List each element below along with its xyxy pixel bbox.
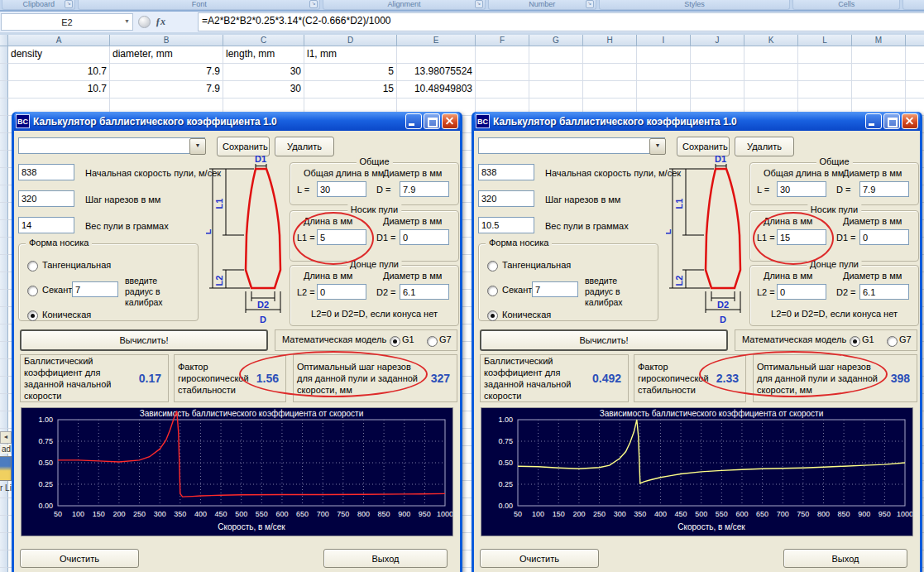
cell[interactable]: 30 — [223, 81, 304, 99]
cell[interactable]: 7.9 — [110, 64, 223, 81]
cell[interactable] — [583, 46, 637, 64]
cell[interactable] — [476, 81, 529, 99]
clear-button[interactable]: Очистить — [20, 549, 139, 568]
column-header[interactable]: I — [637, 35, 691, 46]
cell[interactable] — [0, 498, 8, 516]
combobox-dropdown-icon[interactable]: ▼ — [189, 138, 206, 155]
delete-button[interactable]: Удалить — [735, 137, 794, 156]
cell[interactable] — [691, 46, 744, 64]
dialog-launcher-icon[interactable]: ↘ — [65, 0, 73, 8]
minimize-button[interactable] — [865, 113, 882, 129]
cell[interactable] — [0, 290, 8, 307]
formula-input[interactable]: =A2*B2*B2*0.25*3.14*(C2-0.666*D2)/1000 — [198, 12, 924, 31]
cell[interactable] — [852, 64, 906, 81]
cell[interactable] — [906, 81, 924, 99]
column-header[interactable]: B — [110, 35, 223, 46]
radio-secant[interactable] — [487, 286, 498, 296]
cell[interactable] — [529, 81, 583, 99]
save-button[interactable]: Сохранить — [677, 137, 730, 156]
velocity-input[interactable] — [478, 164, 534, 180]
cell[interactable] — [476, 64, 529, 81]
secant-radius-input[interactable] — [532, 281, 578, 297]
cell[interactable] — [529, 46, 583, 64]
secant-radius-input[interactable] — [72, 281, 118, 297]
cell[interactable] — [691, 64, 744, 81]
cell[interactable] — [0, 99, 8, 116]
nose-diameter-input[interactable] — [859, 229, 909, 245]
cell[interactable] — [906, 46, 924, 64]
delete-button[interactable]: Удалить — [275, 137, 334, 156]
close-button[interactable] — [902, 113, 918, 129]
diameter-input[interactable] — [400, 181, 449, 197]
cell[interactable] — [0, 46, 8, 64]
cell[interactable] — [583, 81, 637, 99]
maximize-button[interactable] — [424, 113, 440, 129]
cell[interactable] — [0, 220, 8, 238]
total-length-input[interactable] — [317, 181, 366, 197]
radio-g1[interactable] — [390, 336, 400, 347]
cell[interactable] — [583, 64, 637, 81]
column-header[interactable]: H — [583, 35, 637, 46]
dialog-launcher-icon[interactable]: ↘ — [586, 0, 594, 8]
twist-input[interactable] — [18, 190, 74, 207]
cell[interactable] — [0, 516, 8, 533]
weight-input[interactable] — [18, 217, 74, 233]
cell[interactable] — [0, 411, 8, 429]
radio-tangential[interactable] — [27, 261, 38, 272]
cell[interactable] — [476, 46, 529, 64]
window-titlebar[interactable]: BC Калькулятор баллистического коэффицие… — [474, 112, 920, 131]
cell[interactable] — [744, 81, 798, 99]
total-length-input[interactable] — [777, 181, 826, 197]
base-diameter-input[interactable] — [859, 284, 909, 300]
scroll-left-icon[interactable]: ◄ — [0, 431, 12, 444]
minimize-button[interactable] — [405, 113, 422, 129]
exit-button[interactable]: Выход — [323, 549, 448, 568]
cell[interactable] — [0, 81, 8, 99]
cell[interactable] — [0, 307, 8, 324]
cell[interactable]: l1, mm — [304, 46, 397, 64]
twist-input[interactable] — [478, 190, 534, 207]
cell[interactable]: length, mm — [223, 46, 304, 64]
profile-combobox[interactable] — [478, 137, 665, 154]
maximize-button[interactable] — [883, 113, 900, 129]
cell[interactable] — [0, 151, 8, 168]
cell[interactable]: 10.48949803 — [397, 81, 476, 99]
radio-g1[interactable] — [850, 336, 860, 347]
cell[interactable] — [0, 238, 8, 255]
cell[interactable] — [637, 81, 691, 99]
column-header[interactable]: J — [691, 35, 744, 46]
cell[interactable] — [0, 272, 8, 290]
cell[interactable] — [744, 64, 798, 81]
cell[interactable] — [0, 533, 8, 550]
column-header[interactable]: K — [744, 35, 798, 46]
exit-button[interactable]: Выход — [783, 549, 907, 568]
cell[interactable] — [0, 185, 8, 203]
column-header[interactable] — [906, 35, 924, 46]
nose-diameter-input[interactable] — [400, 229, 449, 245]
cell[interactable] — [0, 203, 8, 220]
profile-combobox[interactable] — [18, 137, 205, 154]
cell[interactable]: diameter, mm — [110, 46, 223, 64]
radio-tangential[interactable] — [487, 261, 498, 272]
cell[interactable] — [0, 324, 8, 342]
cell[interactable] — [0, 64, 8, 81]
window-titlebar[interactable]: BC Калькулятор баллистического коэффицие… — [14, 112, 460, 131]
column-header[interactable]: C — [223, 35, 304, 46]
cell[interactable] — [798, 64, 852, 81]
cell[interactable] — [0, 168, 8, 185]
radio-conical[interactable] — [487, 310, 498, 321]
close-button[interactable] — [442, 113, 458, 129]
cell[interactable]: 5 — [304, 64, 397, 81]
cell[interactable] — [0, 359, 8, 377]
name-box[interactable]: E2 ▼ — [1, 13, 133, 31]
cell[interactable] — [0, 116, 8, 133]
base-diameter-input[interactable] — [400, 284, 449, 300]
base-length-input[interactable] — [777, 284, 826, 300]
insert-function-icon[interactable]: ƒx — [156, 16, 165, 28]
cell[interactable] — [0, 550, 8, 568]
cell[interactable]: 15 — [304, 81, 397, 99]
cell[interactable] — [0, 255, 8, 272]
cell[interactable] — [0, 568, 8, 572]
cell[interactable]: density — [8, 46, 110, 64]
diameter-input[interactable] — [859, 181, 909, 197]
